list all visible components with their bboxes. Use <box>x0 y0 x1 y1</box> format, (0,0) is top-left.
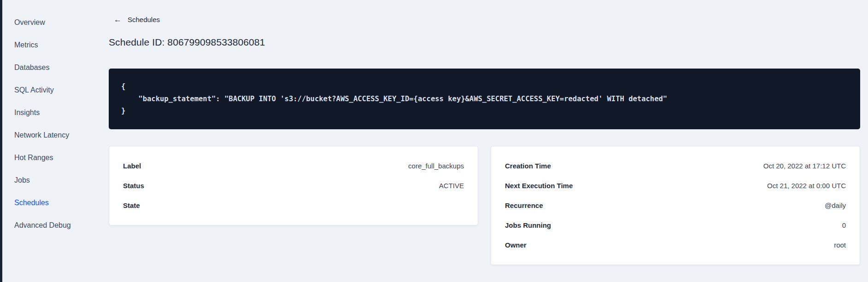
back-link-label: Schedules <box>128 16 160 23</box>
code-line: "backup_statement": "BACKUP INTO 's3://b… <box>121 93 848 105</box>
row-value: Oct 20, 2022 at 17:12 UTC <box>763 162 846 170</box>
sidebar-item-list: Overview Metrics Databases SQL Activity … <box>2 11 104 236</box>
sidebar-item-network-latency[interactable]: Network Latency <box>2 124 104 146</box>
code-line: } <box>121 105 848 117</box>
sidebar-item-hot-ranges[interactable]: Hot Ranges <box>2 146 104 169</box>
page-title: Schedule ID: 806799098533806081 <box>109 37 860 48</box>
schedule-timing-card: Creation Time Oct 20, 2022 at 17:12 UTC … <box>491 146 860 265</box>
sidebar-item-insights[interactable]: Insights <box>2 101 104 124</box>
sidebar-item-databases[interactable]: Databases <box>2 56 104 79</box>
schedule-definition-code-block: { "backup_statement": "BACKUP INTO 's3:/… <box>109 69 860 129</box>
back-arrow-icon: ← <box>114 16 122 23</box>
sidebar-item-sql-activity[interactable]: SQL Activity <box>2 79 104 101</box>
row-label: Label <box>123 162 141 170</box>
row-value: Oct 21, 2022 at 0:00 UTC <box>767 182 846 190</box>
row-label: Owner <box>505 241 527 249</box>
row-value: 0 <box>842 221 846 229</box>
detail-row-status: Status ACTIVE <box>123 176 464 196</box>
detail-row-owner: Owner root <box>505 235 846 255</box>
detail-row-recurrence: Recurrence @daily <box>505 196 846 215</box>
row-label: State <box>123 201 140 209</box>
sidebar-item-overview[interactable]: Overview <box>2 11 104 34</box>
back-to-schedules-link[interactable]: ← Schedules <box>109 16 160 23</box>
sidebar-item-advanced-debug[interactable]: Advanced Debug <box>2 214 104 236</box>
sidebar-nav: Overview Metrics Databases SQL Activity … <box>2 0 104 282</box>
row-value: @daily <box>825 201 846 209</box>
detail-row-state: State <box>123 196 464 215</box>
detail-cards-row: Label core_full_backups Status ACTIVE St… <box>109 146 860 265</box>
sidebar-item-schedules[interactable]: Schedules <box>2 191 104 214</box>
row-value: ACTIVE <box>439 182 464 190</box>
sidebar-item-jobs[interactable]: Jobs <box>2 169 104 191</box>
detail-row-jobs-running: Jobs Running 0 <box>505 215 846 235</box>
code-line: { <box>121 81 848 93</box>
main-content: ← Schedules Schedule ID: 806799098533806… <box>109 0 860 265</box>
detail-row-next-execution-time: Next Execution Time Oct 21, 2022 at 0:00… <box>505 176 846 196</box>
schedule-details-card: Label core_full_backups Status ACTIVE St… <box>109 146 478 225</box>
detail-row-creation-time: Creation Time Oct 20, 2022 at 17:12 UTC <box>505 156 846 176</box>
row-label: Next Execution Time <box>505 182 573 190</box>
sidebar-item-metrics[interactable]: Metrics <box>2 34 104 56</box>
row-value: root <box>834 241 846 249</box>
detail-row-label: Label core_full_backups <box>123 156 464 176</box>
row-label: Creation Time <box>505 162 551 170</box>
row-label: Status <box>123 182 144 190</box>
row-value: core_full_backups <box>408 162 464 170</box>
row-label: Recurrence <box>505 201 543 209</box>
row-label: Jobs Running <box>505 221 551 229</box>
